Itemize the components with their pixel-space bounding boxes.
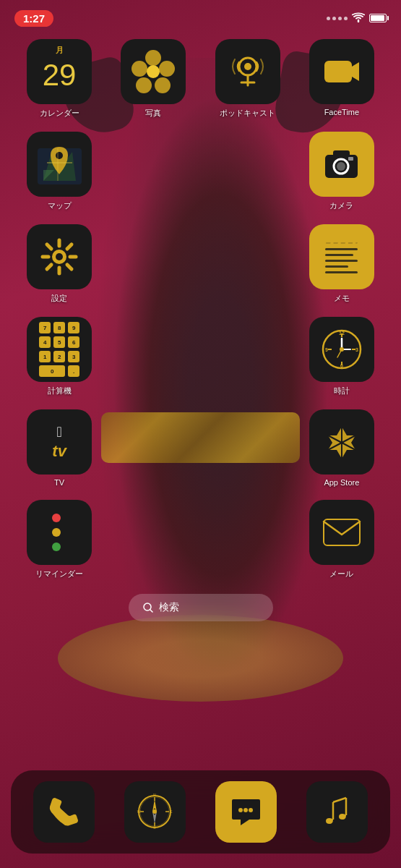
search-icon [143,603,153,613]
svg-line-44 [150,610,152,612]
svg-text:9: 9 [325,347,328,352]
svg-text:E: E [170,809,173,814]
battery-icon [369,14,387,22]
svg-point-58 [238,808,243,812]
wifi-icon [352,12,365,25]
signal-icon [327,17,348,20]
svg-marker-5 [352,62,359,81]
camera-app[interactable]: カメラ [298,132,385,211]
podcasts-label: ポッドキャスト [220,108,275,119]
calendar-app[interactable]: 月 29 カレンダー [16,39,103,119]
podcasts-icon [227,51,269,93]
svg-rect-14 [348,157,353,161]
reminders-label: リマインダー [35,569,83,579]
phone-icon [44,792,84,832]
svg-rect-42 [324,519,360,545]
appstore-icon [321,421,363,463]
clock-app[interactable]: 12 3 6 9 時計 [298,317,385,396]
calculator-app[interactable]: 7 8 9 4 5 6 1 2 3 0 . 計算機 [16,317,103,396]
memo-app[interactable]: メモ [298,224,385,304]
mail-app[interactable]: メール [298,500,385,579]
settings-label: 設定 [51,293,67,304]
settings-icon [38,236,80,278]
music-app[interactable] [306,781,368,843]
facetime-app[interactable]: FaceTime [298,39,385,119]
appstore-label: App Store [324,478,359,487]
svg-rect-4 [324,61,352,82]
messages-icon [226,792,266,832]
svg-line-63 [333,798,346,802]
svg-point-38 [340,347,344,352]
facetime-icon [321,51,363,93]
music-icon [317,792,357,832]
clock-icon: 12 3 6 9 [319,327,364,372]
safari-app[interactable]: N E S W [124,781,186,843]
status-icons [327,12,387,25]
app-grid: 月 29 カレンダー 写真 [0,32,401,579]
svg-point-57 [152,809,157,814]
svg-line-21 [67,265,72,269]
svg-point-60 [249,808,253,812]
svg-line-20 [47,244,51,249]
time-display: 1:27 [14,10,53,27]
calculator-label: 計算機 [48,386,72,396]
clock-label: 時計 [334,386,350,396]
reminders-app[interactable]: リマインダー [16,500,103,579]
calendar-day: 29 [43,58,77,93]
photos-label: 写真 [145,108,161,119]
messages-app[interactable] [215,781,277,843]
memo-label: メモ [334,293,350,304]
safari-icon: N E S W [135,792,175,832]
svg-point-9 [56,152,63,159]
status-bar: 1:27 [0,0,401,32]
svg-text:3: 3 [355,347,358,352]
search-container: 検索 [0,594,401,621]
search-bar[interactable]: 検索 [129,594,273,621]
camera-icon [322,145,361,184]
flower-icon [131,50,175,93]
svg-rect-11 [333,150,350,158]
maps-label: マップ [48,200,72,211]
maps-icon [36,141,83,188]
memo-icon [322,237,361,277]
calculator-icon: 7 8 9 4 5 6 1 2 3 0 . [32,317,87,382]
maps-app[interactable]: マップ [16,132,103,211]
svg-text:W: W [137,809,141,814]
photos-app[interactable]: 写真 [110,39,197,119]
tv-icon:  tv [52,424,66,461]
camera-label: カメラ [329,200,353,211]
tv-app[interactable]:  tv TV [16,409,103,487]
podcasts-app[interactable]: ポッドキャスト [204,39,291,119]
mail-icon [320,511,363,554]
svg-text:N: N [153,793,156,797]
dock: N E S W [11,770,390,854]
svg-point-59 [243,808,248,812]
phone-app[interactable] [33,781,95,843]
svg-point-25 [56,253,63,260]
appstore-app[interactable]: App Store [298,409,385,487]
tv-label: TV [54,478,64,487]
calendar-label: カレンダー [40,108,79,119]
mail-label: メール [329,569,353,579]
svg-line-23 [47,265,51,269]
svg-point-1 [244,63,251,70]
svg-point-13 [337,162,345,171]
calendar-month: 月 [27,45,92,56]
settings-app[interactable]: 設定 [16,224,103,304]
facetime-label: FaceTime [324,108,360,116]
reminders-icon [43,505,75,560]
search-placeholder: 検索 [159,601,179,614]
svg-line-22 [67,244,72,249]
